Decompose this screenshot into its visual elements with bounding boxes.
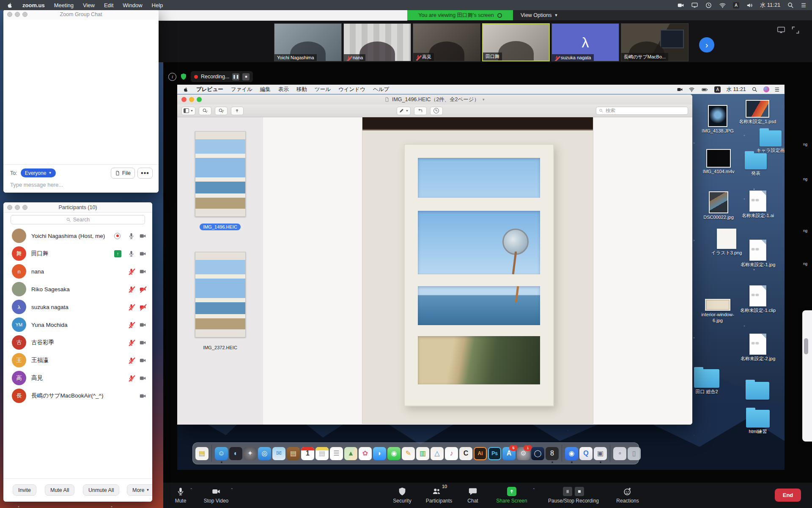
minimize-button[interactable] [15, 12, 20, 17]
siri-icon[interactable]: ◐ [229, 447, 242, 460]
screen-record-camera-icon[interactable] [677, 2, 684, 9]
share-options-chevron[interactable]: ⌃ [532, 488, 535, 492]
search-field[interactable]: 検索 [596, 107, 688, 115]
camera-icon[interactable] [139, 268, 146, 275]
keynote-icon[interactable]: △ [431, 447, 444, 460]
airplay-display-icon[interactable] [691, 2, 698, 9]
maps-icon[interactable]: ▲ [344, 447, 357, 460]
obs-icon[interactable]: 8 [546, 447, 559, 460]
more-button[interactable]: More▼ [127, 484, 152, 496]
view-options-dropdown[interactable]: View Options▼ [521, 12, 558, 18]
participant-row[interactable]: n nana [3, 262, 152, 280]
minimize-button[interactable] [15, 205, 20, 210]
minimize-button[interactable] [189, 97, 194, 102]
camera-icon[interactable] [139, 232, 146, 240]
muted-mic-icon[interactable] [128, 375, 135, 382]
muted-camera-icon[interactable] [139, 286, 146, 293]
desktop-icon-dsc00022[interactable]: DSC00022.jpg [698, 191, 739, 221]
shared-menubar-clock[interactable]: 水 11:21 [726, 86, 746, 93]
security-button[interactable]: Security [387, 483, 417, 508]
facetime-icon[interactable]: ◉ [387, 447, 401, 460]
desktop-icon-folder-happyou[interactable]: 発表 [735, 153, 776, 177]
zoom-in-button[interactable]: + [215, 107, 228, 115]
handoff-notes-icon[interactable]: ▤ [195, 447, 208, 460]
pause-recording-button[interactable]: ❚❚ [232, 73, 239, 80]
menu-help[interactable]: Help [152, 2, 163, 8]
participant-row[interactable]: 長 長嶋のサブMacBookAir(^_^) [3, 387, 152, 405]
chat-button[interactable]: Chat [460, 483, 486, 508]
muted-camera-icon[interactable] [139, 304, 146, 311]
menu-tools[interactable]: ツール [315, 86, 331, 93]
spotlight-icon[interactable] [752, 86, 758, 93]
preview-app-menu[interactable]: プレビュー [196, 86, 223, 93]
mic-icon[interactable] [128, 250, 135, 257]
numbers-icon[interactable]: ▥ [416, 447, 429, 460]
photo-window-mockup[interactable] [362, 117, 593, 423]
volume-icon[interactable] [746, 2, 753, 9]
markup-toolbar-button[interactable]: ✎ [430, 107, 443, 115]
muted-mic-icon[interactable] [128, 304, 135, 311]
desktop-icon-folder-untitled[interactable] [737, 382, 778, 401]
next-page-button[interactable]: › [699, 37, 714, 52]
scrollbar-thumb[interactable] [804, 338, 808, 354]
camera-icon[interactable] [139, 392, 146, 400]
reactions-button[interactable]: Reactions [610, 483, 645, 508]
video-tile-suzuka[interactable]: λ suzuka nagata [551, 23, 619, 61]
chat-message-area[interactable] [3, 19, 159, 165]
camera-icon[interactable] [139, 375, 146, 382]
notes-icon[interactable]: ▤ [315, 447, 329, 460]
trash-icon[interactable]: ▯ [628, 447, 641, 460]
thumbnail-label-selected[interactable]: IMG_1496.HEIC [200, 224, 241, 230]
markup-pencil-button[interactable]: ▼ [397, 107, 411, 115]
pages-icon[interactable]: ✎ [402, 447, 415, 460]
menu-app-name[interactable]: zoom.us [22, 2, 45, 8]
camera-status-icon[interactable] [677, 86, 683, 93]
menu-edit[interactable]: Edit [104, 2, 113, 8]
zoom-button[interactable] [197, 97, 202, 102]
desktop-icon-img4138[interactable]: IMG_4138.JPG [697, 105, 738, 134]
muted-mic-icon[interactable] [128, 321, 135, 329]
minimized-window-icon[interactable]: ▫ [613, 447, 626, 460]
video-tile-taguchi-active-speaker[interactable]: 田口舞 [482, 23, 550, 61]
participant-row[interactable]: Yoichi Nagashima (Host, me) [3, 227, 152, 245]
steam-icon[interactable]: ◯ [531, 447, 544, 460]
desktop-icon-clip[interactable]: 名称未設定-1.clip [738, 285, 778, 314]
spotlight-icon[interactable] [787, 2, 794, 9]
stop-recording-button[interactable]: ■ [242, 73, 250, 80]
zoom-app-icon[interactable]: ◉ [565, 447, 578, 460]
messages-icon[interactable]: ◗ [373, 447, 386, 460]
minimize-video-panel-icon[interactable] [776, 25, 786, 35]
fullscreen-icon[interactable] [791, 25, 800, 35]
message-input[interactable]: Type message here... [10, 182, 63, 188]
mail-icon[interactable]: ✉ [272, 447, 285, 460]
menu-file[interactable]: ファイル [231, 86, 252, 93]
camera-icon[interactable] [139, 339, 146, 346]
file-button[interactable]: File [111, 168, 135, 179]
share-button[interactable] [231, 107, 244, 115]
menu-go[interactable]: 移動 [296, 86, 307, 93]
menubar-clock[interactable]: 水 11:21 [760, 1, 780, 9]
participant-row[interactable]: 王 王福瀛 [3, 351, 152, 369]
mute-all-button[interactable]: Mute All [45, 484, 74, 496]
desktop-icon-folder-taguchi[interactable]: 田口 総合2 [686, 369, 727, 395]
stop-video-button[interactable]: Stop Video ⌃ [198, 483, 234, 508]
video-tile-takami[interactable]: 高見 [413, 23, 480, 61]
menu-view[interactable]: 表示 [278, 86, 289, 93]
unmute-all-button[interactable]: Unmute All [83, 484, 119, 496]
clip-studio-icon[interactable]: C [459, 447, 472, 460]
thumbnail-img-2372[interactable] [195, 252, 246, 337]
video-tile-nana[interactable]: nana [343, 23, 411, 61]
reminders-icon[interactable]: ☰ [330, 447, 343, 460]
apple-menu-icon[interactable] [6, 2, 13, 9]
finder-icon[interactable]: ☺ [215, 447, 228, 460]
participant-row[interactable]: Riko Sagesaka [3, 280, 152, 298]
video-options-chevron[interactable]: ⌃ [230, 488, 233, 492]
desktop-icon-jpg2[interactable]: 名称未設定-2.jpg [738, 334, 778, 362]
scrollbar[interactable] [802, 310, 812, 442]
desktop-icon-folder-html[interactable]: html練習 [738, 410, 778, 435]
muted-mic-icon[interactable] [128, 357, 135, 364]
camera-icon[interactable] [139, 357, 146, 364]
muted-mic-icon[interactable] [128, 339, 135, 346]
zoom-out-button[interactable]: − [199, 107, 211, 115]
info-icon[interactable]: i [168, 73, 176, 81]
